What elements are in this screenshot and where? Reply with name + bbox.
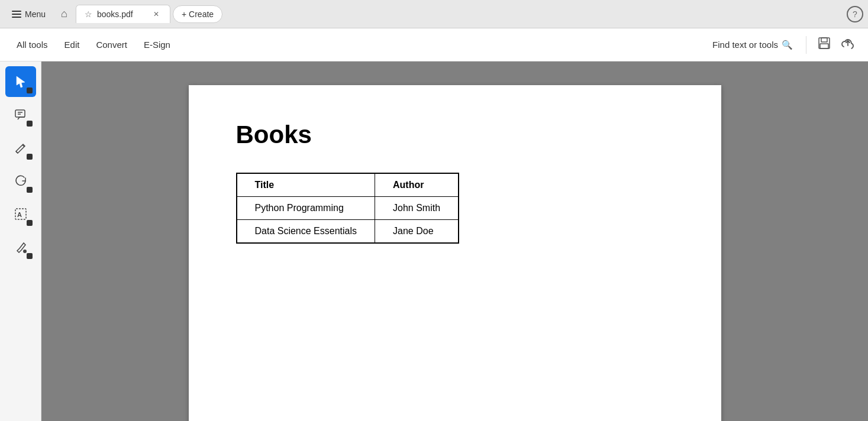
pdf-content-area[interactable]: Books Title Author Python Programming Jo…	[41, 61, 868, 421]
help-icon: ?	[853, 9, 857, 19]
table-header-author: Author	[375, 173, 459, 197]
svg-rect-1	[821, 38, 827, 42]
table-header-title: Title	[237, 173, 375, 197]
pdf-page: Books Title Author Python Programming Jo…	[189, 85, 721, 421]
comment-expand-badge	[27, 121, 33, 127]
textselect-expand-badge	[27, 220, 33, 226]
search-icon: 🔍	[782, 40, 793, 50]
menu-label: Menu	[25, 9, 46, 19]
active-tab[interactable]: ☆ books.pdf ✕	[76, 5, 170, 23]
hamburger-icon	[12, 11, 21, 18]
sidebar-tool-textselect[interactable]: A	[5, 199, 36, 229]
svg-point-10	[23, 250, 27, 253]
find-tools-button[interactable]: Find text or tools 🔍	[706, 36, 799, 54]
pdf-title: Books	[236, 121, 674, 149]
table-row: Data Science Essentials Jane Doe	[237, 220, 459, 244]
pdf-table: Title Author Python Programming John Smi…	[236, 173, 460, 244]
svg-rect-3	[15, 110, 25, 117]
sidebar: A	[0, 61, 41, 421]
table-cell-title-1: Python Programming	[237, 197, 375, 220]
sidebar-tool-comment[interactable]	[5, 99, 36, 130]
create-label: Create	[189, 9, 214, 19]
alltools-button[interactable]: All tools	[9, 35, 55, 54]
table-cell-author-2: Jane Doe	[375, 220, 459, 244]
help-button[interactable]: ?	[847, 6, 863, 22]
upload-button[interactable]	[837, 34, 859, 56]
tab-filename: books.pdf	[97, 9, 133, 19]
highlight-expand-badge	[27, 253, 33, 259]
main-area: A Books Title Author	[0, 61, 868, 421]
svg-line-7	[16, 151, 18, 153]
upload-icon	[841, 36, 855, 53]
table-row: Python Programming John Smith	[237, 197, 459, 220]
tab-bar: Menu ⌂ ☆ books.pdf ✕ + Create ?	[0, 0, 868, 28]
tool-expand-badge	[27, 88, 33, 93]
home-icon: ⌂	[61, 8, 67, 20]
sidebar-tool-stamp[interactable]	[5, 166, 36, 196]
draw-expand-badge	[27, 154, 33, 160]
edit-button[interactable]: Edit	[57, 35, 87, 54]
star-icon[interactable]: ☆	[85, 9, 92, 19]
create-plus-icon: +	[182, 9, 186, 19]
create-button[interactable]: + Create	[173, 5, 222, 23]
convert-button[interactable]: Convert	[89, 35, 134, 54]
toolbar-separator	[806, 36, 806, 54]
toolbar: All tools Edit Convert E-Sign Find text …	[0, 28, 868, 61]
sidebar-tool-draw[interactable]	[5, 132, 36, 163]
save-button[interactable]	[814, 34, 835, 56]
home-button[interactable]: ⌂	[55, 4, 73, 24]
table-cell-title-2: Data Science Essentials	[237, 220, 375, 244]
table-header-row: Title Author	[237, 173, 459, 197]
svg-rect-2	[820, 44, 828, 48]
menu-button[interactable]: Menu	[5, 6, 53, 22]
find-tools-label: Find text or tools	[712, 40, 778, 50]
svg-text:A: A	[17, 211, 22, 218]
tab-close-button[interactable]: ✕	[151, 9, 162, 20]
esign-button[interactable]: E-Sign	[137, 35, 178, 54]
sidebar-tool-select[interactable]	[5, 66, 36, 97]
table-cell-author-1: John Smith	[375, 197, 459, 220]
save-icon	[818, 37, 831, 53]
sidebar-tool-highlight[interactable]	[5, 232, 36, 263]
stamp-expand-badge	[27, 187, 33, 193]
